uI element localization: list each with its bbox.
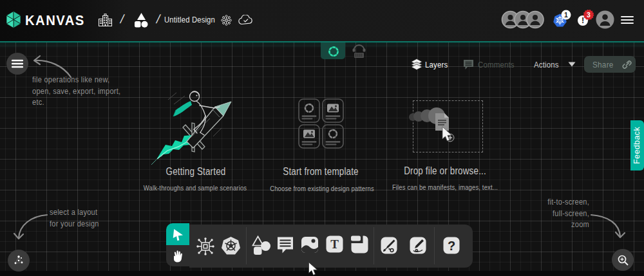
svg-text:?: ? [448,239,455,253]
svg-text:!: ! [582,16,584,25]
svg-text:1: 1 [564,11,568,19]
svg-text:3: 3 [587,11,591,19]
svg-text:T: T [330,237,339,251]
